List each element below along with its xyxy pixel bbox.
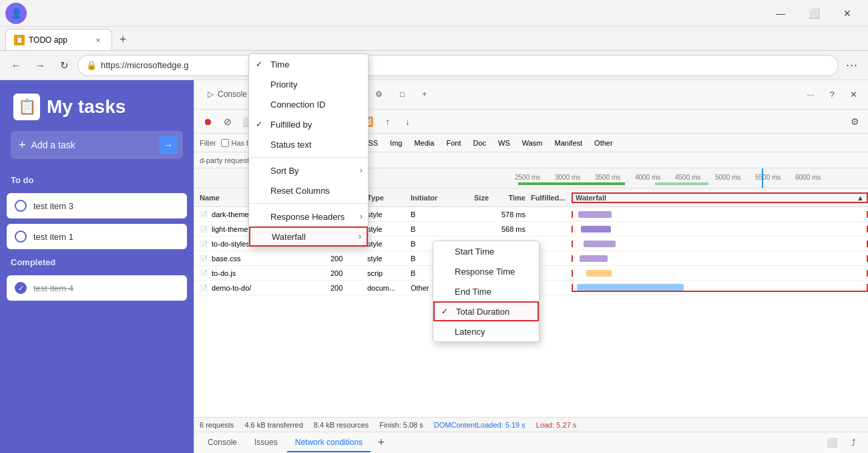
close-window-button[interactable]: ✕ <box>832 3 863 24</box>
col-header-type[interactable]: Type <box>365 194 408 202</box>
devtools-tab-settings[interactable]: ⚙ <box>367 83 391 107</box>
address-bar: ← → ↻ 🔒 https://microsoftedge.g ··· <box>0 51 868 80</box>
filter-other[interactable]: Other <box>589 138 618 148</box>
waterfall-sort-icon: ▲ <box>857 194 864 202</box>
row-waterfall <box>572 241 868 247</box>
col-header-waterfall[interactable]: Waterfall ▲ <box>572 192 868 203</box>
todo-item[interactable]: test item 1 <box>7 224 187 249</box>
download-icon[interactable]: ↓ <box>399 114 415 130</box>
menu-item-priority[interactable]: Priority <box>249 74 368 94</box>
todo-app-icon: 📋 <box>13 94 40 120</box>
filter-ws[interactable]: WS <box>493 138 515 148</box>
third-party-label: d-party requests <box>200 156 252 164</box>
devtools-help-button[interactable]: ? <box>823 86 841 104</box>
devtools-bottom-tabs: Console Issues Network conditions + ⬜ ⤴ <box>194 432 868 453</box>
menu-item-time[interactable]: ✓ Time <box>249 54 368 74</box>
bottom-undock-icon[interactable]: ⤴ <box>844 434 863 452</box>
back-button[interactable]: ← <box>5 55 27 76</box>
profile-icon[interactable]: 👤 <box>5 3 27 24</box>
network-row[interactable]: 📄 base.css 200 style B 574 ms <box>194 251 868 266</box>
menu-item-status-text[interactable]: Status text <box>249 134 368 154</box>
waterfall-bar <box>580 255 608 262</box>
network-gear-button[interactable]: ⚙ <box>847 114 863 130</box>
address-input[interactable]: 🔒 https://microsoftedge.g <box>77 55 839 76</box>
network-row[interactable]: 📄 to-do.js 200 scrip B 598 ms <box>194 266 868 281</box>
col-header-fulfilled[interactable]: Fulfilled... <box>528 194 572 202</box>
col-header-initiator[interactable]: Initiator <box>408 194 458 202</box>
forward-button[interactable]: → <box>29 55 51 76</box>
filter-wasm[interactable]: Wasm <box>517 138 548 148</box>
upload-icon[interactable]: ↑ <box>379 114 395 130</box>
minimize-button[interactable]: — <box>765 3 796 24</box>
devtools-close-button[interactable]: ✕ <box>844 86 863 104</box>
filter-media[interactable]: Media <box>409 138 439 148</box>
browser-tab[interactable]: 📋 TODO app × <box>5 29 112 50</box>
row-waterfall <box>572 211 868 218</box>
filter-img[interactable]: Img <box>385 138 407 148</box>
bottom-tab-issues[interactable]: Issues <box>246 434 286 452</box>
todo-checkbox[interactable] <box>15 231 27 243</box>
todo-checkbox-checked[interactable]: ✓ <box>15 282 27 294</box>
status-dom-content: DOMContentLoaded: 5.19 s <box>434 421 525 429</box>
network-row[interactable]: 📄 demo-to-do/ 200 docum... Other 928 B 2… <box>194 281 868 295</box>
devtools-tab-dock[interactable]: □ <box>392 83 413 107</box>
tab-close-button[interactable]: × <box>93 35 103 45</box>
devtools-tab-add[interactable]: + <box>414 83 435 107</box>
bottom-tab-network-conditions[interactable]: Network conditions <box>287 434 371 452</box>
bottom-tab-console[interactable]: Console <box>200 434 245 452</box>
row-initiator: Other <box>408 284 458 292</box>
bottom-tab-add-button[interactable]: + <box>372 434 391 452</box>
check-icon: ✓ <box>256 120 262 129</box>
todo-item-completed-label: test item 4 <box>33 283 73 293</box>
todo-header: 📋 My tasks <box>0 80 194 131</box>
filter-font[interactable]: Font <box>441 138 466 148</box>
add-task-button[interactable]: + Add a task → <box>11 131 183 159</box>
menu-separator <box>249 157 368 158</box>
filter-manifest[interactable]: Manifest <box>550 138 588 148</box>
bottom-dock-icon[interactable]: ⬜ <box>823 434 841 452</box>
todo-item[interactable]: test item 3 <box>7 193 187 218</box>
tick-5000: 5000 ms <box>715 174 740 181</box>
row-type: style <box>365 240 408 248</box>
tab-title: TODO app <box>29 35 89 45</box>
has-blocked-input[interactable] <box>221 139 229 147</box>
todo-checkbox[interactable] <box>15 200 27 212</box>
menu-item-label: Priority <box>270 80 297 90</box>
status-resources: 8.4 kB resources <box>314 421 369 429</box>
menu-item-fulfilled-by[interactable]: ✓ Fulfilled by <box>249 114 368 134</box>
title-bar: 👤 — ⬜ ✕ <box>0 0 868 27</box>
col-header-time[interactable]: Time <box>491 194 528 202</box>
todo-title: My tasks <box>47 96 126 118</box>
devtools-tab-console[interactable]: ▷ Console <box>200 83 255 107</box>
add-task-arrow-icon: → <box>159 136 178 154</box>
col-header-size[interactable]: Size <box>458 194 491 202</box>
row-type: scrip <box>365 269 408 277</box>
tab-favicon: 📋 <box>14 35 25 45</box>
row-name-text: demo-to-do/ <box>212 284 251 292</box>
menu-item-reset-columns[interactable]: Reset Columns <box>249 180 368 200</box>
row-size: 928 B <box>458 284 491 292</box>
filter-doc[interactable]: Doc <box>467 138 491 148</box>
menu-item-label: Waterfall <box>272 232 306 242</box>
clear-button[interactable]: ⊘ <box>220 114 236 130</box>
filter-label: Filter <box>200 139 216 147</box>
plus-icon: + <box>19 138 26 152</box>
restore-button[interactable]: ⬜ <box>799 3 829 24</box>
bottom-icons: ⬜ ⤴ <box>823 434 863 452</box>
waterfall-bar <box>581 226 611 233</box>
new-tab-button[interactable]: + <box>112 29 134 50</box>
menu-item-waterfall[interactable]: Waterfall › <box>249 226 368 247</box>
browser-more-button[interactable]: ··· <box>841 55 863 76</box>
menu-item-response-headers[interactable]: Response Headers › <box>249 206 368 226</box>
tab-bar: 📋 TODO app × + <box>0 27 868 51</box>
menu-item-sort-by[interactable]: Sort By › <box>249 160 368 180</box>
refresh-button[interactable]: ↻ <box>53 55 75 76</box>
devtools-overflow-button[interactable]: ··· <box>801 86 820 104</box>
row-time: 568 ms <box>491 225 528 233</box>
menu-item-connection-id[interactable]: Connection ID <box>249 94 368 114</box>
record-button[interactable]: ⏺ <box>200 114 216 130</box>
todo-item-label: test item 3 <box>33 201 73 211</box>
todo-item-completed[interactable]: ✓ test item 4 <box>7 275 187 301</box>
completed-section-label: Completed <box>0 252 194 273</box>
menu-item-label: Connection ID <box>270 100 325 110</box>
